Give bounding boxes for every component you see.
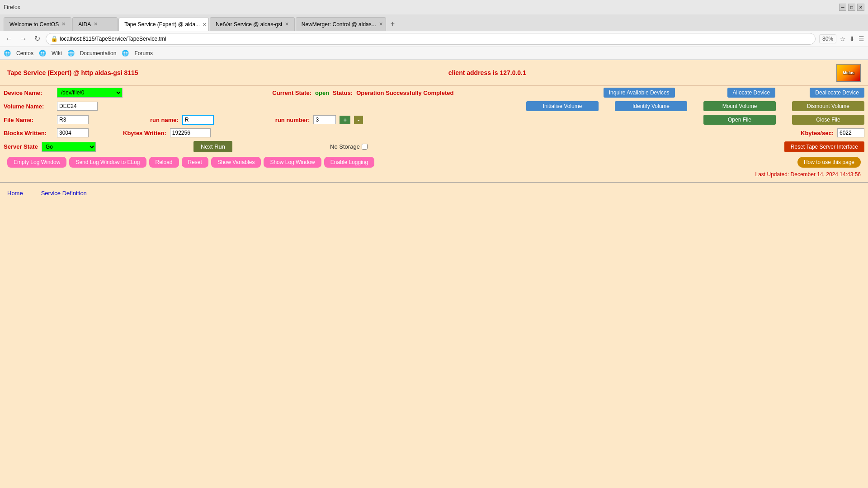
bookmarks-bar: 🌐 Centos 🌐 Wiki 🌐 Documentation 🌐 Forums xyxy=(0,47,868,60)
footer-links: Home Service Definition xyxy=(0,186,868,200)
tab-newmerger[interactable]: NewMerger: Control @ aidas... ✕ xyxy=(296,17,386,31)
current-state-label: Current State: xyxy=(272,89,311,96)
tab-welcome-centos[interactable]: Welcome to CentOS ✕ xyxy=(4,17,71,31)
client-address: client address is 127.0.0.1 xyxy=(448,69,526,76)
page-header: Tape Service (Expert) @ http aidas-gsi 8… xyxy=(0,60,868,86)
page-content: Tape Service (Expert) @ http aidas-gsi 8… xyxy=(0,60,868,488)
tab-label: NetVar Service @ aidas-gsi xyxy=(216,21,282,28)
tab-bar: Welcome to CentOS ✕ AIDA ✕ Tape Service … xyxy=(0,14,868,31)
home-link[interactable]: Home xyxy=(7,190,23,197)
globe-icon-docs: 🌐 xyxy=(67,50,75,56)
row-server-state: Server State Go Next Run No Storage Rese… xyxy=(0,139,868,154)
window-title: Firefox xyxy=(4,4,20,10)
no-storage-checkbox[interactable] xyxy=(362,144,368,150)
send-log-button[interactable]: Send Log Window to ELog xyxy=(69,157,146,168)
allocate-device-button[interactable]: Allocate Device xyxy=(727,88,776,98)
close-file-button[interactable]: Close File xyxy=(792,115,864,125)
maximize-button[interactable]: □ xyxy=(848,4,855,11)
blocks-written-label: Blocks Written: xyxy=(4,130,53,136)
run-number-input[interactable] xyxy=(313,115,336,124)
download-icon: ⬇ xyxy=(849,35,855,42)
show-variables-button[interactable]: Show Variables xyxy=(211,157,261,168)
back-button[interactable]: ← xyxy=(4,34,14,44)
bookmark-documentation[interactable]: Documentation xyxy=(80,50,117,56)
device-name-select[interactable]: /dev/file/0 xyxy=(57,88,123,98)
empty-log-button[interactable]: Empty Log Window xyxy=(7,157,66,168)
bookmark-centos[interactable]: Centos xyxy=(16,50,33,56)
tab-close-welcome[interactable]: ✕ xyxy=(61,21,66,27)
no-storage-text: No Storage xyxy=(330,143,360,150)
midas-logo: Midas xyxy=(836,64,861,82)
kbytes-written-label: Kbytes Written: xyxy=(123,130,166,136)
separator xyxy=(0,182,868,183)
lock-icon: 🔒 xyxy=(51,35,58,42)
device-name-label: Device Name: xyxy=(4,89,53,96)
dismount-volume-button[interactable]: Dismount Volume xyxy=(792,101,864,111)
identify-volume-button[interactable]: Identify Volume xyxy=(615,101,687,111)
tab-label: Welcome to CentOS xyxy=(9,21,59,28)
tab-close-newmerger[interactable]: ✕ xyxy=(379,21,383,27)
reset-button[interactable]: Reset xyxy=(182,157,208,168)
volume-name-input[interactable] xyxy=(57,102,98,111)
reload-button[interactable]: Reload xyxy=(149,157,179,168)
file-name-input[interactable] xyxy=(57,115,89,124)
inquire-available-devices-button[interactable]: Inquire Available Devices xyxy=(604,88,675,98)
bookmark-wiki[interactable]: Wiki xyxy=(52,50,62,56)
url-input[interactable] xyxy=(60,36,811,42)
row-file: File Name: run name: run number: + - Ope… xyxy=(0,113,868,127)
address-bar[interactable]: 🔒 xyxy=(46,33,816,45)
show-log-button[interactable]: Show Log Window xyxy=(264,157,321,168)
tab-aida[interactable]: AIDA ✕ xyxy=(72,17,118,31)
reset-tape-button[interactable]: Reset Tape Server Interface xyxy=(784,141,864,152)
server-state-label: Server State xyxy=(4,143,38,150)
service-definition-link[interactable]: Service Definition xyxy=(41,190,87,197)
current-state-value: open xyxy=(315,89,329,96)
server-state-select[interactable]: Go xyxy=(42,142,96,152)
last-updated: Last Updated: December 14, 2024 14:43:56 xyxy=(0,170,868,178)
no-storage-label: No Storage xyxy=(330,143,368,150)
minimize-button[interactable]: ─ xyxy=(839,4,846,11)
bookmark-star-icon[interactable]: ☆ xyxy=(840,35,846,42)
tab-tape-service[interactable]: Tape Service (Expert) @ aida... ✕ xyxy=(118,18,209,31)
run-number-label: run number: xyxy=(275,117,310,123)
tab-close-tape[interactable]: ✕ xyxy=(203,22,207,28)
tab-label: AIDA xyxy=(78,21,91,28)
action-buttons-row: Empty Log Window Send Log Window to ELog… xyxy=(0,154,868,170)
forward-button[interactable]: → xyxy=(18,34,29,44)
window-controls[interactable]: ─ □ ✕ xyxy=(839,4,864,11)
run-name-label: run name: xyxy=(150,117,179,123)
kbytes-sec-input[interactable] xyxy=(837,128,864,137)
run-number-plus-button[interactable]: + xyxy=(340,116,350,124)
enable-logging-button[interactable]: Enable Logging xyxy=(324,157,374,168)
tab-label: NewMerger: Control @ aidas... xyxy=(302,21,376,28)
page-title: Tape Service (Expert) @ http aidas-gsi 8… xyxy=(7,69,138,76)
menu-icon[interactable]: ☰ xyxy=(859,35,864,42)
blocks-written-input[interactable] xyxy=(57,128,89,137)
browser-chrome: Firefox ─ □ ✕ Welcome to CentOS ✕ AIDA ✕… xyxy=(0,0,868,60)
how-to-use-button[interactable]: How to use this page xyxy=(797,157,861,168)
zoom-level: 80% xyxy=(819,34,836,43)
close-button[interactable]: ✕ xyxy=(857,4,864,11)
tab-close-aida[interactable]: ✕ xyxy=(94,21,98,27)
run-number-minus-button[interactable]: - xyxy=(354,116,363,124)
tab-netvar[interactable]: NetVar Service @ aidas-gsi ✕ xyxy=(210,17,295,31)
volume-name-label: Volume Name: xyxy=(4,103,53,110)
file-name-label: File Name: xyxy=(4,117,53,123)
globe-icon-forums: 🌐 xyxy=(122,50,129,56)
next-run-button[interactable]: Next Run xyxy=(193,141,232,152)
status-value: Operation Successfully Completed xyxy=(356,89,453,96)
kbytes-written-input[interactable] xyxy=(170,128,211,137)
open-file-button[interactable]: Open File xyxy=(703,115,776,125)
initialise-volume-button[interactable]: Initialise Volume xyxy=(526,101,599,111)
status-label: Status: xyxy=(333,89,353,96)
run-name-input[interactable] xyxy=(182,115,214,125)
tab-label: Tape Service (Expert) @ aida... xyxy=(124,21,200,28)
row-device: Device Name: /dev/file/0 Current State: … xyxy=(0,86,868,99)
deallocate-device-button[interactable]: Deallocate Device xyxy=(810,88,864,98)
row-blocks: Blocks Written: Kbytes Written: Kbytes/s… xyxy=(0,127,868,139)
mount-volume-button[interactable]: Mount Volume xyxy=(703,101,776,111)
bookmark-forums[interactable]: Forums xyxy=(134,50,153,56)
reload-browser-button[interactable]: ↻ xyxy=(33,33,42,44)
new-tab-button[interactable]: + xyxy=(387,17,398,31)
tab-close-netvar[interactable]: ✕ xyxy=(285,21,289,27)
